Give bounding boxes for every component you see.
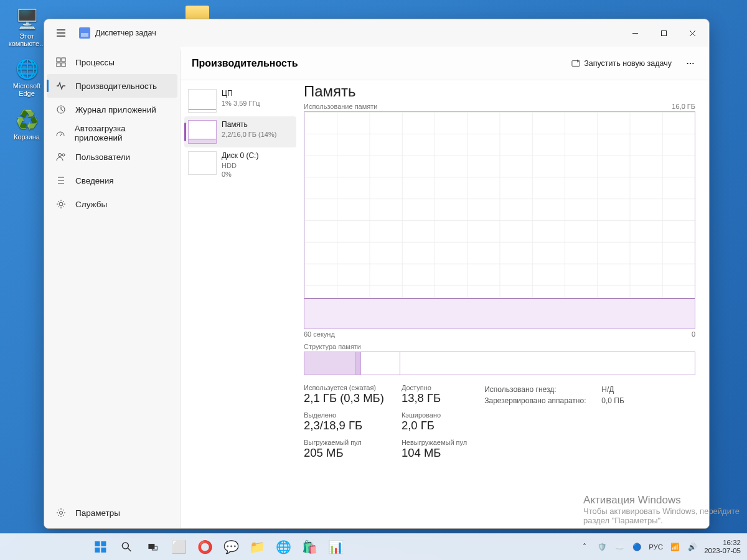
mini-name: ЦП <box>222 89 260 99</box>
svg-point-9 <box>60 511 63 515</box>
clock-time: 16:32 <box>704 539 741 547</box>
store-button[interactable]: 🛍️ <box>298 536 321 558</box>
close-button[interactable] <box>678 23 707 43</box>
close-icon <box>689 30 696 37</box>
hamburger-button[interactable] <box>52 24 70 42</box>
svg-point-6 <box>59 154 62 157</box>
svg-rect-4 <box>62 63 65 67</box>
svg-point-13 <box>692 62 693 63</box>
teams-button[interactable]: 💬 <box>219 536 243 558</box>
stat-label: Используется (сжатая) <box>304 384 384 391</box>
svg-point-8 <box>59 202 63 206</box>
nav-details[interactable]: Сведения <box>47 169 177 192</box>
maximize-button[interactable] <box>649 23 678 43</box>
nav-label: Сведения <box>75 176 114 185</box>
grid-icon <box>55 57 67 68</box>
stat-label: Выгружаемый пул <box>304 439 384 446</box>
list-icon <box>55 175 67 186</box>
nav-processes[interactable]: Процессы <box>47 50 177 74</box>
nav-settings[interactable]: Параметры <box>47 501 177 525</box>
stat-value: 205 МБ <box>304 446 344 459</box>
nav-services[interactable]: Службы <box>47 192 177 216</box>
cortana-button[interactable]: ⭕ <box>193 536 217 558</box>
nav-label: Параметры <box>75 508 120 518</box>
mini-cpu[interactable]: ЦП 1% 3,59 ГГц <box>184 85 296 116</box>
edge-button[interactable]: 🌐 <box>271 536 295 558</box>
nav-performance[interactable]: Производительность <box>47 74 177 98</box>
desktop-icon-this-pc[interactable]: 🖥️ Этот компьюте... <box>6 6 47 47</box>
minimize-button[interactable] <box>621 23 649 43</box>
taskbar: ⬜ ⭕ 💬 📁 🌐 🛍️ 📊 ˄ 🛡️ ☁️ 🔵 РУС 📶 🔊 16:32 2… <box>0 533 747 560</box>
desktop-icon-edge[interactable]: 🌐 Microsoft Edge <box>6 56 47 97</box>
mini-name: Память <box>222 120 276 130</box>
nav-label: Процессы <box>75 58 115 67</box>
hamburger-icon <box>56 28 66 38</box>
clock[interactable]: 16:32 2023-07-05 <box>704 539 741 555</box>
widgets-button[interactable]: ⬜ <box>167 536 190 558</box>
detail-panel: Память Использование памяти 16,0 ГБ 60 с… <box>300 80 709 528</box>
stat-value: 104 МБ <box>402 446 441 459</box>
history-icon <box>55 104 67 115</box>
svg-point-7 <box>62 154 65 156</box>
desktop-icon-label: Microsoft Edge <box>6 82 47 97</box>
composition-label: Структура памяти <box>304 343 695 350</box>
run-task-label: Запустить новую задачу <box>584 59 672 68</box>
mini-disk-chart <box>188 151 217 175</box>
nav-label: Журнал приложений <box>75 105 156 114</box>
more-button[interactable] <box>680 54 700 73</box>
cloud-icon[interactable]: ☁️ <box>614 541 625 553</box>
security-icon[interactable]: 🛡️ <box>596 541 608 553</box>
nav-app-history[interactable]: Журнал приложений <box>47 98 177 121</box>
detail-title: Память <box>304 83 695 100</box>
tray-chevron-icon[interactable]: ˄ <box>579 541 590 553</box>
stat-nonpaged: Невыгружаемый пул 104 МБ <box>402 439 467 460</box>
taskmgr-button[interactable]: 📊 <box>324 536 347 558</box>
svg-rect-2 <box>62 58 65 62</box>
desktop-icon-recycle-bin[interactable]: ♻️ Корзина <box>6 107 47 141</box>
window-title: Диспетчер задач <box>95 29 156 37</box>
svg-point-11 <box>687 62 688 63</box>
usage-label: Использование памяти <box>304 103 377 110</box>
search-button[interactable] <box>115 536 138 558</box>
network-icon[interactable]: 🔵 <box>631 541 642 553</box>
kv-block: Использовано гнезд: Н/Д Зарезервировано … <box>484 384 624 460</box>
mini-disk[interactable]: Диск 0 (C:) HDD 0% <box>184 147 296 182</box>
language-indicator[interactable]: РУС <box>649 543 663 551</box>
svg-rect-17 <box>101 548 106 553</box>
memory-usage-band <box>304 298 695 329</box>
svg-rect-14 <box>95 541 100 546</box>
stat-label: Невыгружаемый пул <box>402 439 467 446</box>
stat-value: 2,0 ГБ <box>402 419 435 432</box>
nav-label: Пользователи <box>75 152 130 162</box>
app-icon <box>79 27 90 39</box>
pulse-icon <box>55 80 67 91</box>
stat-paged: Выгружаемый пул 205 МБ <box>304 439 384 460</box>
stat-value: 2,1 ГБ (0,3 МБ) <box>304 391 384 404</box>
mini-memory[interactable]: Память 2,2/16,0 ГБ (14%) <box>184 116 296 147</box>
stat-label: Доступно <box>402 384 467 391</box>
run-task-button[interactable]: Запустить новую задачу <box>566 57 677 70</box>
max-label: 16,0 ГБ <box>672 103 695 110</box>
taskview-button[interactable] <box>141 536 164 558</box>
stat-cached: Кэшировано 2,0 ГБ <box>402 411 467 432</box>
nav-users[interactable]: Пользователи <box>47 145 177 169</box>
mini-sub: 2,2/16,0 ГБ (14%) <box>222 130 276 139</box>
more-icon <box>686 59 695 68</box>
titlebar: Диспетчер задач <box>44 19 709 47</box>
stat-label: Кэшировано <box>402 411 467 419</box>
watermark-title: Активация Windows <box>583 494 740 506</box>
edge-icon: 🌐 <box>14 56 39 81</box>
kv-label: Использовано гнезд: <box>484 384 590 395</box>
run-task-icon <box>571 59 580 68</box>
stat-value: 2,3/18,9 ГБ <box>304 419 362 432</box>
explorer-button[interactable]: 📁 <box>245 536 269 558</box>
activation-watermark: Активация Windows Чтобы активировать Win… <box>583 494 740 525</box>
wifi-icon[interactable]: 📶 <box>669 541 680 553</box>
minimize-icon <box>632 30 639 37</box>
task-manager-window: Диспетчер задач Процессы Производительно… <box>44 19 710 529</box>
nav-startup[interactable]: Автозагрузка приложений <box>47 121 177 145</box>
stat-available: Доступно 13,8 ГБ <box>402 384 467 405</box>
mini-list: ЦП 1% 3,59 ГГц Память 2,2/16,0 ГБ (14%) <box>181 80 300 528</box>
start-button[interactable] <box>88 536 112 558</box>
volume-icon[interactable]: 🔊 <box>687 541 698 553</box>
